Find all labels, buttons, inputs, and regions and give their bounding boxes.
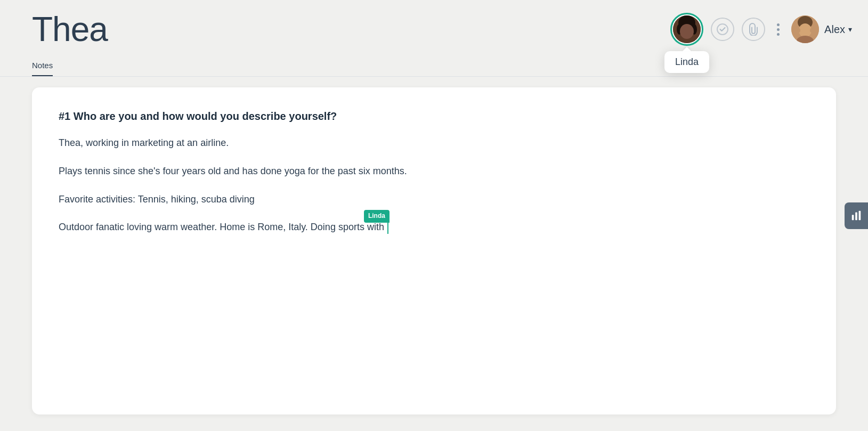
question-heading: #1 Who are you and how would you describ… bbox=[59, 109, 809, 124]
linda-cursor-wrapper: Linda bbox=[387, 222, 388, 232]
svg-rect-12 bbox=[852, 215, 854, 220]
linda-cursor-badge: Linda bbox=[364, 210, 390, 222]
linda-avatar-image bbox=[673, 15, 701, 43]
note-paragraph-2: Plays tennis since she's four years old … bbox=[59, 164, 809, 179]
linda-tooltip: Linda bbox=[664, 51, 709, 73]
chart-bar-icon bbox=[850, 210, 862, 222]
notes-card: #1 Who are you and how would you describ… bbox=[32, 87, 836, 414]
linda-text-cursor bbox=[387, 222, 388, 234]
svg-rect-13 bbox=[855, 212, 857, 220]
user-menu[interactable]: Alex ▾ bbox=[791, 15, 852, 43]
svg-point-5 bbox=[717, 24, 728, 35]
svg-point-9 bbox=[797, 28, 800, 32]
checkmark-button[interactable] bbox=[711, 18, 734, 41]
note-paragraph-3: Favorite activities: Tennis, hiking, scu… bbox=[59, 192, 809, 207]
note-paragraph-4: Outdoor fanatic loving warm weather. Hom… bbox=[59, 219, 809, 235]
dot-2 bbox=[777, 28, 780, 31]
svg-point-8 bbox=[799, 23, 812, 37]
page-title: Thea bbox=[32, 10, 108, 49]
main-content: #1 Who are you and how would you describ… bbox=[0, 77, 868, 425]
svg-point-10 bbox=[810, 28, 813, 32]
svg-rect-14 bbox=[859, 210, 861, 219]
dot-1 bbox=[777, 23, 780, 26]
tabs: Notes bbox=[32, 54, 836, 76]
header-actions: Linda bbox=[670, 13, 852, 46]
dot-3 bbox=[777, 33, 780, 36]
user-chevron-icon: ▾ bbox=[848, 25, 852, 34]
more-options-button[interactable] bbox=[773, 19, 784, 40]
paperclip-button[interactable] bbox=[742, 18, 765, 41]
tab-bar: Notes bbox=[0, 54, 868, 77]
linda-avatar-wrapper: Linda bbox=[670, 13, 703, 46]
user-name: Alex bbox=[824, 23, 845, 36]
linda-avatar-button[interactable] bbox=[670, 13, 703, 46]
tab-notes[interactable]: Notes bbox=[32, 54, 53, 76]
side-panel-button[interactable] bbox=[845, 202, 868, 229]
note-paragraph-1: Thea, working in marketing at an airline… bbox=[59, 135, 809, 151]
app-header: Thea bbox=[0, 0, 868, 54]
svg-point-4 bbox=[680, 24, 694, 39]
alex-avatar bbox=[791, 15, 819, 43]
